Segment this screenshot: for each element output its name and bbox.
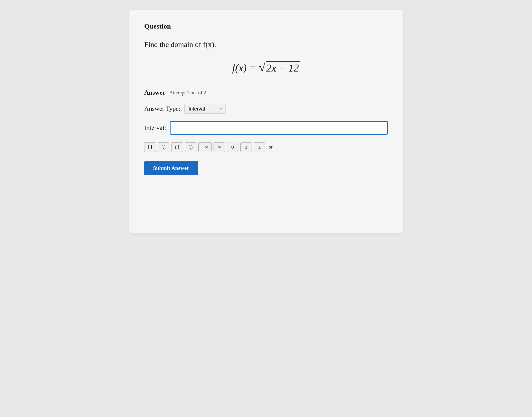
question-text: Find the domain of f(x).	[144, 40, 388, 49]
sqrt-content: 2x − 12	[266, 61, 300, 74]
neg-infinity-btn[interactable]: −∞	[198, 142, 212, 152]
section-title: Question	[144, 22, 388, 30]
formula-container: f(x) = √ 2x − 12	[144, 61, 388, 74]
radical: √ 2x − 12	[259, 61, 300, 74]
geq-btn[interactable]: ≥	[254, 142, 265, 152]
interval-row: Interval:	[144, 121, 388, 135]
interval-label: Interval:	[144, 124, 166, 132]
infinity-btn[interactable]: ∞	[214, 142, 225, 152]
sqrt-symbol: √	[259, 62, 265, 73]
main-card: Question Find the domain of f(x). f(x) =…	[129, 10, 403, 233]
attempt-text: Attempt 1 out of 2	[169, 90, 206, 96]
submit-answer-button[interactable]: Submit Answer	[144, 161, 198, 175]
answer-type-select[interactable]: Interval Inequality Set Notation	[184, 104, 225, 114]
answer-label: Answer	[144, 89, 165, 96]
symbol-buttons: [,] [,) (,] (,) −∞ ∞ ∪ ≤ ≥ or	[144, 142, 388, 152]
answer-section: Answer Attempt 1 out of 2 Answer Type: I…	[144, 89, 388, 175]
paren-close-bracket-btn[interactable]: (,]	[171, 142, 183, 152]
leq-btn[interactable]: ≤	[240, 142, 252, 152]
formula-lhs: f(x) =	[232, 62, 259, 74]
paren-close-paren-btn[interactable]: (,)	[185, 142, 197, 152]
union-btn[interactable]: ∪	[227, 142, 238, 152]
formula: f(x) = √ 2x − 12	[232, 62, 300, 74]
answer-type-label: Answer Type:	[144, 105, 180, 113]
answer-type-row: Answer Type: Interval Inequality Set Not…	[144, 104, 388, 114]
answer-header: Answer Attempt 1 out of 2	[144, 89, 388, 96]
interval-input[interactable]	[170, 121, 388, 135]
or-text: or	[267, 144, 274, 151]
bracket-close-paren-btn[interactable]: [,)	[158, 142, 170, 152]
bracket-close-bracket-btn[interactable]: [,]	[144, 142, 156, 152]
